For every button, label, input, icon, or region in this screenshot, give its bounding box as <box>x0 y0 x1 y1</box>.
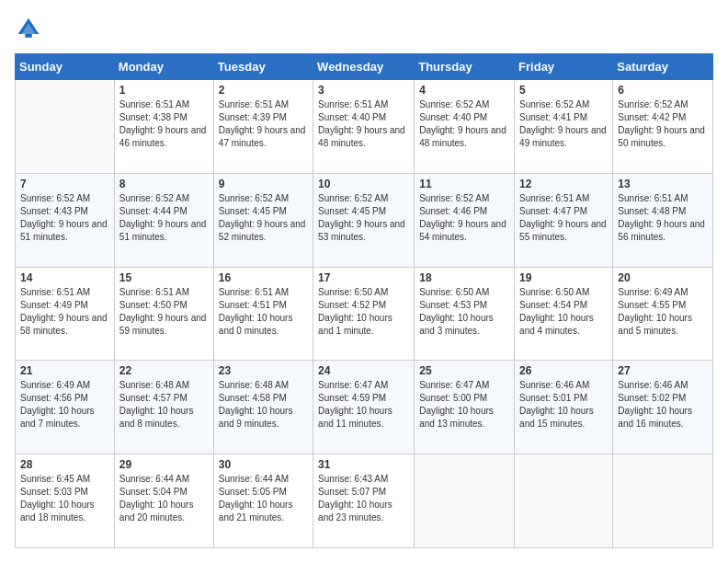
day-info: Sunrise: 6:51 AMSunset: 4:50 PMDaylight:… <box>119 286 209 338</box>
day-info: Sunrise: 6:50 AMSunset: 4:54 PMDaylight:… <box>519 286 608 338</box>
day-number: 18 <box>419 271 509 284</box>
calendar-cell: 19Sunrise: 6:50 AMSunset: 4:54 PMDayligh… <box>515 267 613 361</box>
day-info: Sunrise: 6:47 AMSunset: 5:00 PMDaylight:… <box>419 379 509 431</box>
calendar-cell: 27Sunrise: 6:46 AMSunset: 5:02 PMDayligh… <box>613 361 713 454</box>
day-number: 15 <box>119 271 209 284</box>
calendar-table: SundayMondayTuesdayWednesdayThursdayFrid… <box>15 53 713 548</box>
day-info: Sunrise: 6:48 AMSunset: 4:57 PMDaylight:… <box>119 379 209 431</box>
day-info: Sunrise: 6:44 AMSunset: 5:04 PMDaylight:… <box>119 473 209 524</box>
day-number: 21 <box>20 364 109 377</box>
svg-rect-2 <box>25 34 32 38</box>
day-number: 3 <box>318 84 409 97</box>
weekday-header-monday: Monday <box>114 54 213 80</box>
day-number: 10 <box>318 178 409 190</box>
calendar-cell: 7Sunrise: 6:52 AMSunset: 4:43 PMDaylight… <box>16 173 115 267</box>
calendar-cell: 6Sunrise: 6:52 AMSunset: 4:42 PMDaylight… <box>613 80 713 174</box>
calendar-cell: 20Sunrise: 6:49 AMSunset: 4:55 PMDayligh… <box>613 267 713 361</box>
calendar-cell: 10Sunrise: 6:52 AMSunset: 4:45 PMDayligh… <box>313 173 415 267</box>
weekday-header-tuesday: Tuesday <box>213 54 313 80</box>
weekday-header-wednesday: Wednesday <box>313 54 415 80</box>
day-number: 17 <box>318 271 409 284</box>
calendar-cell: 11Sunrise: 6:52 AMSunset: 4:46 PMDayligh… <box>415 173 515 267</box>
day-info: Sunrise: 6:48 AMSunset: 4:58 PMDaylight:… <box>219 379 308 431</box>
day-number: 23 <box>219 364 308 377</box>
day-number: 13 <box>618 178 708 190</box>
calendar-cell: 30Sunrise: 6:44 AMSunset: 5:05 PMDayligh… <box>213 454 313 548</box>
day-number: 30 <box>219 458 308 471</box>
calendar-cell: 21Sunrise: 6:49 AMSunset: 4:56 PMDayligh… <box>16 361 115 454</box>
calendar-cell: 18Sunrise: 6:50 AMSunset: 4:53 PMDayligh… <box>415 267 515 361</box>
calendar-cell: 29Sunrise: 6:44 AMSunset: 5:04 PMDayligh… <box>114 454 213 548</box>
day-number: 24 <box>318 364 409 377</box>
day-info: Sunrise: 6:52 AMSunset: 4:46 PMDaylight:… <box>419 192 509 244</box>
calendar-cell: 15Sunrise: 6:51 AMSunset: 4:50 PMDayligh… <box>114 267 213 361</box>
day-info: Sunrise: 6:49 AMSunset: 4:56 PMDaylight:… <box>20 379 109 431</box>
header <box>15 15 713 42</box>
logo-icon <box>15 15 42 42</box>
day-info: Sunrise: 6:47 AMSunset: 4:59 PMDaylight:… <box>318 379 409 431</box>
weekday-header-sunday: Sunday <box>16 54 115 80</box>
calendar-cell: 28Sunrise: 6:45 AMSunset: 5:03 PMDayligh… <box>16 454 115 548</box>
calendar-cell: 9Sunrise: 6:52 AMSunset: 4:45 PMDaylight… <box>213 173 313 267</box>
day-number: 16 <box>219 271 308 284</box>
day-number: 26 <box>519 364 608 377</box>
calendar-cell: 25Sunrise: 6:47 AMSunset: 5:00 PMDayligh… <box>415 361 515 454</box>
calendar-cell: 4Sunrise: 6:52 AMSunset: 4:40 PMDaylight… <box>415 80 515 174</box>
day-number: 14 <box>20 271 109 284</box>
day-info: Sunrise: 6:52 AMSunset: 4:43 PMDaylight:… <box>20 192 109 244</box>
calendar-cell <box>415 454 515 548</box>
calendar-cell: 2Sunrise: 6:51 AMSunset: 4:39 PMDaylight… <box>213 80 313 174</box>
day-number: 5 <box>519 84 608 97</box>
day-number: 9 <box>219 178 308 190</box>
day-info: Sunrise: 6:52 AMSunset: 4:45 PMDaylight:… <box>318 192 409 244</box>
calendar-cell: 26Sunrise: 6:46 AMSunset: 5:01 PMDayligh… <box>515 361 613 454</box>
calendar-cell <box>515 454 613 548</box>
day-info: Sunrise: 6:52 AMSunset: 4:44 PMDaylight:… <box>119 192 209 244</box>
day-info: Sunrise: 6:51 AMSunset: 4:51 PMDaylight:… <box>219 286 308 338</box>
week-row-1: 7Sunrise: 6:52 AMSunset: 4:43 PMDaylight… <box>16 173 713 267</box>
calendar-cell: 5Sunrise: 6:52 AMSunset: 4:41 PMDaylight… <box>515 80 613 174</box>
day-info: Sunrise: 6:52 AMSunset: 4:45 PMDaylight:… <box>219 192 308 244</box>
day-info: Sunrise: 6:45 AMSunset: 5:03 PMDaylight:… <box>20 473 109 524</box>
weekday-header-row: SundayMondayTuesdayWednesdayThursdayFrid… <box>16 54 713 80</box>
day-info: Sunrise: 6:51 AMSunset: 4:48 PMDaylight:… <box>618 192 708 244</box>
day-info: Sunrise: 6:52 AMSunset: 4:42 PMDaylight:… <box>618 98 708 150</box>
calendar-cell <box>16 80 115 174</box>
day-info: Sunrise: 6:51 AMSunset: 4:47 PMDaylight:… <box>519 192 608 244</box>
day-info: Sunrise: 6:51 AMSunset: 4:39 PMDaylight:… <box>219 98 308 150</box>
day-info: Sunrise: 6:52 AMSunset: 4:40 PMDaylight:… <box>419 98 509 150</box>
calendar-cell: 22Sunrise: 6:48 AMSunset: 4:57 PMDayligh… <box>114 361 213 454</box>
day-number: 6 <box>618 84 708 97</box>
calendar-cell: 13Sunrise: 6:51 AMSunset: 4:48 PMDayligh… <box>613 173 713 267</box>
calendar-cell: 16Sunrise: 6:51 AMSunset: 4:51 PMDayligh… <box>213 267 313 361</box>
day-number: 12 <box>519 178 608 190</box>
calendar-cell: 12Sunrise: 6:51 AMSunset: 4:47 PMDayligh… <box>515 173 613 267</box>
calendar-cell: 14Sunrise: 6:51 AMSunset: 4:49 PMDayligh… <box>16 267 115 361</box>
day-number: 1 <box>119 84 209 97</box>
day-number: 20 <box>618 271 708 284</box>
day-number: 22 <box>119 364 209 377</box>
day-info: Sunrise: 6:46 AMSunset: 5:02 PMDaylight:… <box>618 379 708 431</box>
day-info: Sunrise: 6:43 AMSunset: 5:07 PMDaylight:… <box>318 473 409 524</box>
week-row-4: 28Sunrise: 6:45 AMSunset: 5:03 PMDayligh… <box>16 454 713 548</box>
day-number: 25 <box>419 364 509 377</box>
calendar-cell: 23Sunrise: 6:48 AMSunset: 4:58 PMDayligh… <box>213 361 313 454</box>
week-row-3: 21Sunrise: 6:49 AMSunset: 4:56 PMDayligh… <box>16 361 713 454</box>
day-info: Sunrise: 6:50 AMSunset: 4:52 PMDaylight:… <box>318 286 409 338</box>
calendar-cell <box>613 454 713 548</box>
day-info: Sunrise: 6:52 AMSunset: 4:41 PMDaylight:… <box>519 98 608 150</box>
weekday-header-thursday: Thursday <box>415 54 515 80</box>
day-info: Sunrise: 6:49 AMSunset: 4:55 PMDaylight:… <box>618 286 708 338</box>
calendar-cell: 3Sunrise: 6:51 AMSunset: 4:40 PMDaylight… <box>313 80 415 174</box>
day-number: 11 <box>419 178 509 190</box>
weekday-header-friday: Friday <box>515 54 613 80</box>
day-info: Sunrise: 6:46 AMSunset: 5:01 PMDaylight:… <box>519 379 608 431</box>
calendar-cell: 24Sunrise: 6:47 AMSunset: 4:59 PMDayligh… <box>313 361 415 454</box>
calendar-cell: 31Sunrise: 6:43 AMSunset: 5:07 PMDayligh… <box>313 454 415 548</box>
week-row-0: 1Sunrise: 6:51 AMSunset: 4:38 PMDaylight… <box>16 80 713 174</box>
day-info: Sunrise: 6:51 AMSunset: 4:49 PMDaylight:… <box>20 286 109 338</box>
day-number: 8 <box>119 178 209 190</box>
week-row-2: 14Sunrise: 6:51 AMSunset: 4:49 PMDayligh… <box>16 267 713 361</box>
calendar-cell: 17Sunrise: 6:50 AMSunset: 4:52 PMDayligh… <box>313 267 415 361</box>
logo <box>15 15 46 42</box>
